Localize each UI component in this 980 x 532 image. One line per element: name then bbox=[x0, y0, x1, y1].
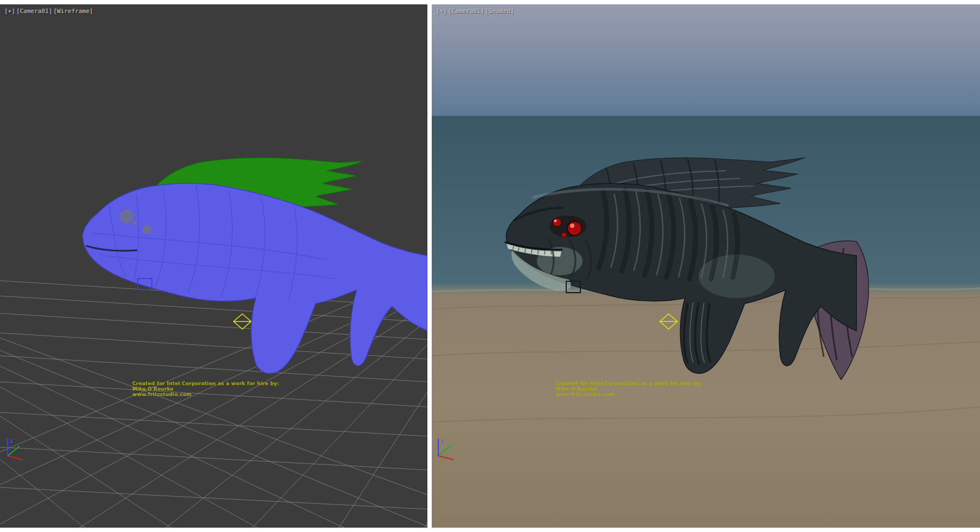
dummy-helper-gizmo[interactable] bbox=[660, 314, 677, 329]
credit-line-3: www.fritzstudio.com bbox=[132, 392, 279, 397]
viewport-menu-shading[interactable]: [Shaded] bbox=[485, 8, 514, 15]
credit-line-2: Mike O'Rourke bbox=[132, 386, 279, 392]
viewport-menu-shading[interactable]: [Wireframe] bbox=[53, 8, 93, 15]
viewport-canvas-shaded: z bbox=[432, 4, 980, 528]
scene-credit-text: Created for Intel Corporation as a work … bbox=[132, 381, 279, 397]
viewport-menu-general[interactable]: [+] bbox=[436, 8, 447, 15]
fish-eye-red-small bbox=[561, 232, 567, 238]
viewport-shaded[interactable]: [+] [Camera01] [Shaded] bbox=[432, 4, 980, 528]
credit-line-2: Mike O'Rourke bbox=[555, 386, 702, 392]
viewport-canvas-wireframe: z bbox=[0, 4, 427, 528]
credit-line-3: www.fritzstudio.com bbox=[555, 392, 702, 397]
eye-highlight bbox=[554, 220, 557, 222]
axis-z-label: z bbox=[10, 438, 13, 444]
viewport-label: [+] [Camera01] [Wireframe] bbox=[4, 8, 93, 15]
fish-eye-spot bbox=[120, 209, 134, 224]
fish-eye-red-large bbox=[567, 221, 581, 236]
world-axis-tripod: z bbox=[8, 438, 23, 460]
dummy-helper-gizmo[interactable] bbox=[234, 314, 251, 329]
axis-x-red bbox=[438, 456, 454, 460]
viewport-menu-pov[interactable]: [Camera01] bbox=[448, 8, 484, 15]
world-axis-tripod: z bbox=[438, 438, 454, 460]
axis-y-green bbox=[438, 446, 450, 456]
fish-eye-red-mid bbox=[553, 218, 561, 227]
viewport-menu-general[interactable]: [+] bbox=[4, 8, 15, 15]
dual-viewport-workspace: [+] [Camera01] [Wireframe] bbox=[0, 0, 980, 532]
scene-credit-text: Created for Intel Corporation as a work … bbox=[555, 381, 702, 397]
credit-line-1: Created for Intel Corporation as a work … bbox=[132, 381, 279, 386]
viewport-wireframe[interactable]: [+] [Camera01] [Wireframe] bbox=[0, 4, 427, 528]
axis-z-label: z bbox=[440, 438, 444, 444]
viewport-label: [+] [Camera01] [Shaded] bbox=[436, 8, 514, 15]
fish-eye-spot bbox=[132, 221, 137, 225]
viewport-menu-pov[interactable]: [Camera01] bbox=[16, 8, 52, 15]
fish-shaded-model[interactable] bbox=[505, 158, 868, 380]
axis-x-red bbox=[8, 456, 23, 460]
credit-line-1: Created for Intel Corporation as a work … bbox=[555, 381, 702, 386]
eye-highlight bbox=[570, 224, 574, 228]
fish-eye-spot bbox=[142, 225, 152, 234]
